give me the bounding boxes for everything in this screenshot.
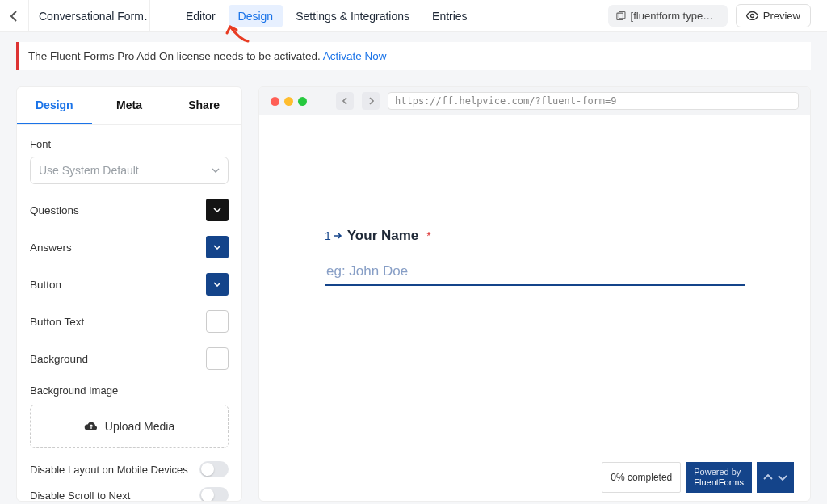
panel-tab-share[interactable]: Share [166, 87, 241, 124]
url-bar[interactable]: https://ff.helpvice.com/?fluent-form=9 [388, 92, 799, 110]
background-image-label: Background Image [30, 384, 229, 397]
chevron-down-icon [213, 245, 221, 250]
button-text-color-swatch[interactable] [206, 310, 229, 333]
chevron-down-icon [778, 474, 787, 481]
svg-point-2 [750, 15, 754, 18]
panel-tab-share-label: Share [188, 99, 220, 111]
top-tab-settings[interactable]: Settings & Integrations [286, 5, 419, 27]
cloud-upload-icon [84, 421, 99, 432]
eye-icon [746, 11, 758, 20]
panel-tab-meta-label: Meta [116, 99, 142, 111]
shortcode-copy[interactable]: [fluentform type="c… [608, 5, 728, 27]
shortcode-text: [fluentform type="c… [631, 10, 720, 22]
page-down-button[interactable] [778, 474, 787, 481]
main-wrap: Design Meta Share Font Use System Defaul… [16, 86, 811, 502]
form-title: Conversational Form… [29, 0, 150, 32]
license-alert: The Fluent Forms Pro Add On license need… [16, 42, 811, 70]
button-color-label: Button [30, 279, 61, 291]
preview-button-label: Preview [763, 10, 800, 22]
powered-line1: Powered by [694, 467, 744, 477]
question-block: 1 Your Name * [325, 228, 745, 286]
traffic-lights [271, 97, 307, 106]
traffic-green-icon [298, 97, 307, 106]
chevron-down-icon [213, 208, 221, 212]
browser-forward-button[interactable] [362, 92, 380, 110]
top-tab-design[interactable]: Design [229, 5, 283, 27]
traffic-red-icon [271, 97, 279, 106]
progress-badge: 0% completed [602, 462, 681, 493]
url-text: https://ff.helpvice.com/?fluent-form=9 [395, 95, 617, 107]
top-tab-editor[interactable]: Editor [176, 5, 225, 27]
design-panel: Design Meta Share Font Use System Defaul… [16, 86, 242, 502]
panel-tab-design[interactable]: Design [17, 87, 92, 124]
preview-button[interactable]: Preview [736, 4, 811, 27]
chevron-left-icon [10, 10, 18, 22]
disable-layout-toggle[interactable] [199, 461, 229, 477]
font-label: Font [30, 138, 229, 150]
chevron-up-icon [763, 474, 773, 481]
top-tab-design-label: Design [238, 10, 274, 23]
form-stage: 1 Your Name * 0% completed Powered by Fl… [259, 115, 810, 501]
topbar: Conversational Form… Editor Design Setti… [0, 0, 827, 32]
panel-body: Font Use System Default Questions Answer… [17, 125, 241, 501]
preview-panel: https://ff.helpvice.com/?fluent-form=9 1… [258, 86, 811, 502]
upload-media-button[interactable]: Upload Media [30, 405, 229, 448]
question-title: Your Name [347, 228, 419, 244]
disable-scroll-toggle[interactable] [199, 487, 229, 501]
button-color-swatch[interactable] [206, 273, 229, 296]
activate-now-link-label: Activate Now [323, 50, 387, 62]
copy-icon [616, 10, 626, 21]
activate-now-link[interactable]: Activate Now [323, 50, 387, 62]
form-title-text: Conversational Form… [39, 10, 150, 23]
background-color-swatch[interactable] [206, 347, 229, 370]
top-tab-entries-label: Entries [432, 10, 468, 23]
name-input[interactable] [325, 258, 745, 286]
browser-back-button[interactable] [336, 92, 354, 110]
top-tab-entries[interactable]: Entries [422, 5, 477, 27]
top-tab-settings-label: Settings & Integrations [296, 10, 409, 23]
background-color-label: Background [30, 353, 88, 365]
disable-layout-label: Disable Layout on Mobile Devices [30, 464, 188, 476]
panel-tabs: Design Meta Share [17, 87, 241, 125]
question-header: 1 Your Name * [325, 228, 745, 244]
powered-line2: FluentForms [694, 477, 744, 488]
upload-media-label: Upload Media [105, 420, 174, 433]
page-up-button[interactable] [763, 474, 773, 481]
license-alert-text: The Fluent Forms Pro Add On license need… [28, 50, 323, 62]
traffic-yellow-icon [284, 97, 293, 106]
powered-by-badge[interactable]: Powered by FluentForms [686, 462, 752, 493]
browser-bar: https://ff.helpvice.com/?fluent-form=9 [259, 87, 810, 115]
chevron-down-icon [213, 282, 221, 287]
arrow-right-icon [333, 232, 342, 240]
font-select[interactable]: Use System Default [30, 157, 229, 184]
disable-scroll-label: Disable Scroll to Next [30, 489, 130, 502]
questions-color-swatch[interactable] [206, 199, 229, 221]
chevron-left-icon [342, 97, 348, 105]
panel-tab-meta[interactable]: Meta [92, 87, 167, 124]
required-asterisk-icon: * [426, 229, 430, 242]
answers-color-swatch[interactable] [206, 236, 229, 258]
questions-color-label: Questions [30, 204, 79, 216]
question-number: 1 [325, 229, 342, 242]
top-tab-editor-label: Editor [186, 10, 216, 23]
font-select-placeholder: Use System Default [39, 164, 139, 177]
panel-tab-design-label: Design [36, 99, 73, 111]
answers-color-label: Answers [30, 242, 72, 254]
question-number-value: 1 [325, 229, 331, 242]
page-nav [757, 462, 794, 493]
button-text-color-label: Button Text [30, 316, 84, 328]
chevron-down-icon [212, 168, 220, 173]
chevron-right-icon [368, 97, 374, 105]
preview-footer: 0% completed Powered by FluentForms [602, 462, 794, 493]
progress-text: 0% completed [611, 472, 672, 483]
back-button[interactable] [0, 0, 29, 32]
